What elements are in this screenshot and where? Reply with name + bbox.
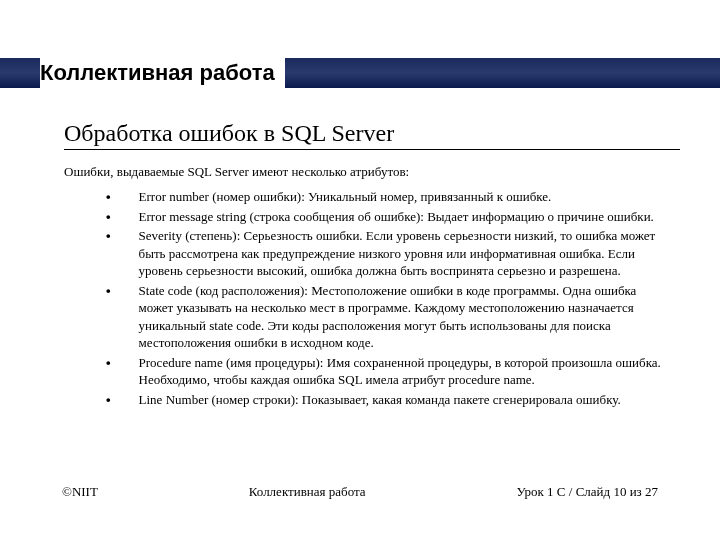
bullet-item: •Error message string (строка сообщения …: [106, 208, 670, 226]
bullet-text: Error number (номер ошибки): Уникальный …: [139, 188, 670, 206]
slide-title: Коллективная работа: [40, 30, 275, 92]
bullet-dot-icon: •: [106, 282, 111, 300]
footer: ©NIIT Коллективная работа Урок 1 C / Сла…: [0, 484, 720, 500]
bullet-text: State code (код расположения): Местополо…: [139, 282, 670, 352]
footer-slide-number: Урок 1 C / Слайд 10 из 27: [516, 484, 658, 500]
bullet-dot-icon: •: [106, 188, 111, 206]
footer-copyright: ©NIIT: [62, 484, 98, 500]
bullet-dot-icon: •: [106, 354, 111, 372]
content-area: Обработка ошибок в SQL Server Ошибки, вы…: [40, 92, 680, 409]
title-block: Коллективная работа: [40, 30, 285, 92]
bullet-dot-icon: •: [106, 208, 111, 226]
bullet-item: •Severity (степень): Серьезность ошибки.…: [106, 227, 670, 280]
bullet-text: Procedure name (имя процедуры): Имя сохр…: [139, 354, 670, 389]
intro-text: Ошибки, выдаваемые SQL Server имеют неск…: [64, 164, 680, 180]
bullet-text: Severity (степень): Серьезность ошибки. …: [139, 227, 670, 280]
bullet-dot-icon: •: [106, 227, 111, 245]
bullet-item: •Error number (номер ошибки): Уникальный…: [106, 188, 670, 206]
bullet-text: Line Number (номер строки): Показывает, …: [139, 391, 670, 409]
bullet-item: •Line Number (номер строки): Показывает,…: [106, 391, 670, 409]
bullet-item: •State code (код расположения): Местопол…: [106, 282, 670, 352]
bullet-item: •Procedure name (имя процедуры): Имя сох…: [106, 354, 670, 389]
slide-subtitle: Обработка ошибок в SQL Server: [64, 120, 680, 150]
bullet-dot-icon: •: [106, 391, 111, 409]
bullet-text: Error message string (строка сообщения о…: [139, 208, 670, 226]
bullet-list: •Error number (номер ошибки): Уникальный…: [64, 188, 680, 409]
footer-title: Коллективная работа: [249, 484, 366, 500]
